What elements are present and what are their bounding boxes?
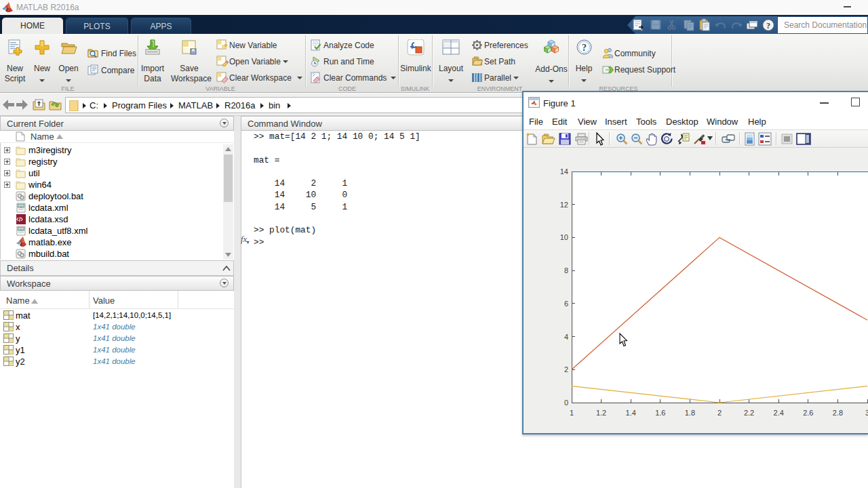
svg-text:14: 14 [560,167,568,176]
svg-text:?: ? [766,21,770,30]
svg-text:6: 6 [564,300,568,308]
svg-text:12: 12 [560,201,568,209]
svg-text:1.4: 1.4 [626,409,636,417]
svg-text:1.2: 1.2 [596,409,606,417]
svg-text:?: ? [582,43,587,53]
svg-text:4: 4 [564,333,568,341]
svg-text:<e>: <e> [18,205,24,208]
svg-text:2.4: 2.4 [774,409,784,417]
svg-text:2.8: 2.8 [833,409,843,417]
svg-text:1: 1 [570,409,574,417]
svg-text:<e>: <e> [18,228,24,231]
svg-text:2: 2 [717,409,722,417]
svg-text:8: 8 [564,266,568,274]
svg-text:1.6: 1.6 [655,409,665,417]
svg-text:1.8: 1.8 [685,409,695,417]
svg-text:3: 3 [865,409,868,417]
svg-text:10: 10 [560,233,568,241]
svg-text:2.6: 2.6 [803,409,813,417]
svg-text:2: 2 [564,365,568,373]
svg-text:2.2: 2.2 [744,409,754,417]
svg-text:0: 0 [564,399,568,407]
